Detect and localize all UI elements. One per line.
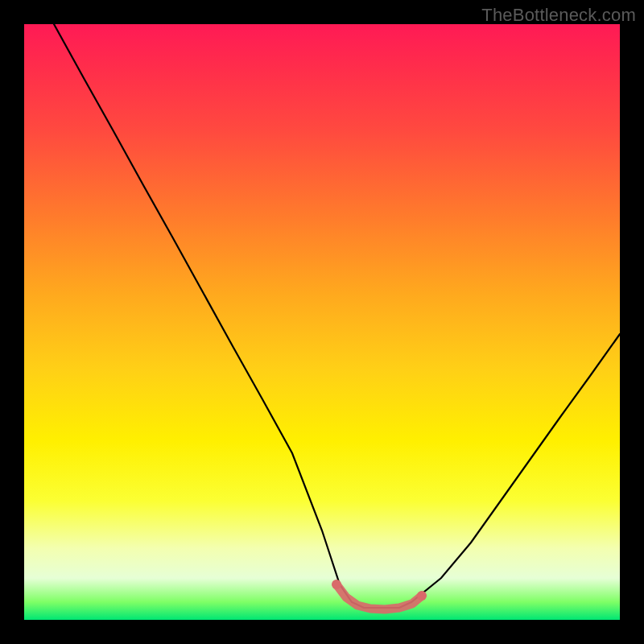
basin-start-dot [332,580,341,589]
plot-area [24,24,620,620]
curve-layer [24,24,620,620]
chart-stage: TheBottleneck.com [0,0,644,644]
bottleneck-curve [54,24,620,608]
watermark-text: TheBottleneck.com [481,5,636,26]
basin-highlight [336,584,422,609]
basin-end-dot [417,591,427,601]
